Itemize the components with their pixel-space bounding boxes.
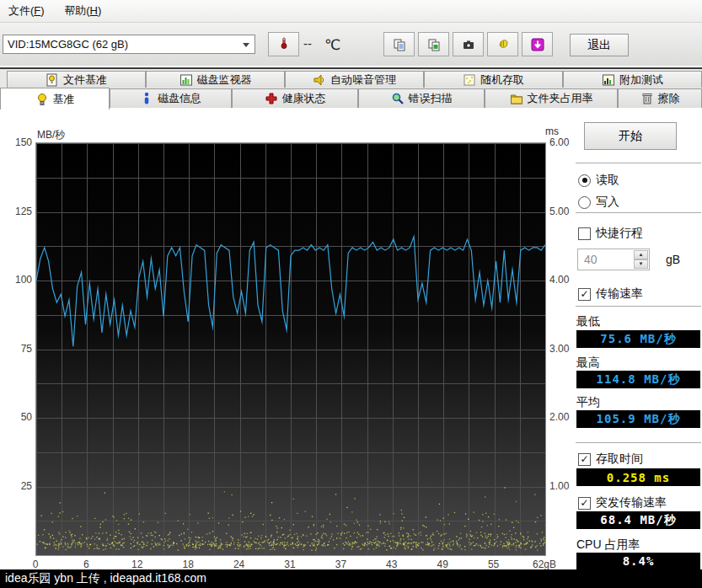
short-stroke-size-spinner[interactable]: 40 ▲ ▼ (577, 249, 650, 270)
tab-disk-info[interactable]: 磁盘信息 (110, 88, 232, 109)
write-mode-option[interactable]: 写入 (578, 195, 619, 210)
spinner-up-button[interactable]: ▲ (634, 250, 648, 259)
y-left-tick: 25 (3, 480, 32, 492)
magnifier-icon (391, 92, 405, 105)
tab-label: 随机存取 (480, 72, 524, 88)
tab-label: 健康状态 (282, 91, 326, 106)
options-icon (496, 38, 510, 51)
menu-help[interactable]: 帮助(H) (56, 0, 110, 19)
tab-row-primary: 基准磁盘信息健康状态错误扫描文件夹占用率擦除 (0, 88, 702, 109)
health-cross-icon (265, 92, 278, 105)
temperature-unit: ℃ (324, 36, 340, 54)
tab-folder-usage[interactable]: 文件夹占用率 (485, 88, 618, 109)
tab-label: 磁盘监视器 (197, 72, 252, 88)
tab-benchmark[interactable]: 基准 (0, 88, 110, 110)
tab-erase[interactable]: 擦除 (618, 88, 702, 109)
y-left-tick: 75 (3, 343, 32, 355)
menu-help-key: H (90, 4, 98, 17)
short-stroke-unit-label: gB (666, 253, 680, 266)
tab-health[interactable]: 健康状态 (232, 88, 358, 109)
burst-rate-option[interactable]: 突发传输速率 (578, 495, 667, 510)
download-button[interactable] (522, 32, 553, 56)
copy-image-icon (427, 38, 441, 51)
menu-file-suffix: ) (40, 4, 44, 17)
options-button[interactable] (487, 32, 518, 56)
thermometer-icon (277, 36, 291, 52)
burst-rate-value-box: 68.4 MB/秒 (576, 511, 700, 529)
tab-extra-tests[interactable]: 附加测试 (563, 71, 702, 88)
cpu-usage-value: 8.4% (623, 554, 655, 568)
disk-monitor-icon (180, 73, 193, 87)
left-axis-title: MB/秒 (37, 128, 65, 142)
spinner-down-button[interactable]: ▼ (634, 259, 648, 269)
max-label: 最高 (576, 355, 600, 371)
transfer-rate-checkbox[interactable] (578, 288, 591, 301)
tab-label: 附加测试 (619, 72, 663, 88)
x-axis-tick: 55 (482, 559, 506, 570)
menu-help-suffix: ) (98, 4, 101, 17)
copy-report-icon (393, 38, 406, 51)
transfer-rate-label: 传输速率 (596, 286, 643, 302)
cpu-usage-value-box: 8.4% (576, 553, 700, 569)
x-axis-tick: 43 (380, 559, 404, 570)
y-right-tick: 1.00 (549, 480, 569, 492)
access-time-checkbox[interactable] (578, 453, 591, 466)
short-stroke-option[interactable]: 快捷行程 (578, 226, 643, 241)
burst-rate-label: 突发传输速率 (596, 495, 667, 510)
extra-tests-icon (602, 73, 615, 87)
read-radio[interactable] (578, 174, 591, 187)
tab-label: 文件基准 (63, 72, 107, 88)
short-stroke-label: 快捷行程 (596, 226, 643, 241)
screenshot-button[interactable] (453, 32, 484, 56)
y-left-tick: 100 (3, 274, 32, 286)
hdtune-window: 文件(F) 帮助(H) VID:15MCG8GC (62 gB) -- ℃ 退出… (0, 0, 702, 588)
y-right-tick: 3.00 (549, 343, 569, 355)
drive-select-value: VID:15MCG8GC (62 gB) (8, 38, 128, 51)
thermometer-icon (277, 36, 291, 50)
file-benchmark-icon (46, 73, 59, 87)
x-axis-tick: 49 (431, 559, 454, 570)
random-access-icon (463, 73, 476, 87)
bulb-icon (35, 93, 49, 106)
copy-image-button[interactable] (418, 32, 449, 56)
trash-icon (640, 92, 654, 105)
temperature-button[interactable] (268, 32, 299, 56)
short-stroke-size-value: 40 (584, 253, 598, 266)
access-time-option[interactable]: 存取时间 (578, 452, 643, 467)
tab-error-scan[interactable]: 错误扫描 (358, 88, 485, 109)
y-right-tick: 5.00 (549, 206, 569, 217)
y-left-tick: 150 (3, 136, 32, 148)
tab-file-benchmark[interactable]: 文件基准 (7, 71, 146, 88)
start-button[interactable]: 开始 (584, 122, 677, 150)
transfer-rate-option[interactable]: 传输速率 (578, 286, 643, 302)
access-time-value: 0.258 ms (607, 471, 670, 484)
tab-aam[interactable]: 自动噪音管理 (285, 71, 424, 88)
tab-label: 基准 (53, 92, 75, 107)
status-bar: idea乐园 ybn 上传 , ideapad.it168.com (0, 569, 702, 588)
burst-rate-checkbox[interactable] (578, 497, 591, 510)
max-value-box: 114.8 MB/秒 (576, 371, 700, 388)
avg-value: 105.9 MB/秒 (597, 412, 681, 427)
read-mode-option[interactable]: 读取 (578, 173, 619, 188)
tab-random-access[interactable]: 随机存取 (424, 71, 563, 88)
x-axis-tick: 24 (228, 559, 251, 570)
copy-report-button[interactable] (383, 32, 415, 56)
write-radio-label: 写入 (596, 195, 619, 210)
short-stroke-checkbox[interactable] (578, 227, 591, 240)
benchmark-panel: MB/秒 ms 150125100755025 6.005.004.003.00… (0, 108, 702, 569)
write-radio[interactable] (578, 196, 591, 209)
drive-select-dropdown[interactable]: VID:15MCG8GC (62 gB) (3, 35, 255, 54)
access-time-label: 存取时间 (596, 452, 643, 467)
tab-disk-monitor[interactable]: 磁盘监视器 (146, 71, 285, 88)
read-radio-label: 读取 (596, 173, 619, 188)
tab-label: 文件夹占用率 (528, 91, 593, 106)
download-icon (531, 38, 544, 51)
y-left-tick: 50 (3, 411, 32, 423)
burst-rate-value: 68.4 MB/秒 (600, 513, 676, 528)
y-right-tick: 6.00 (549, 136, 569, 148)
x-axis-tick: 6 (74, 559, 98, 570)
exit-button[interactable]: 退出 (570, 34, 629, 56)
access-time-value-box: 0.258 ms (576, 468, 700, 486)
min-value: 75.6 MB/秒 (600, 332, 676, 347)
menu-file[interactable]: 文件(F) (0, 0, 53, 19)
